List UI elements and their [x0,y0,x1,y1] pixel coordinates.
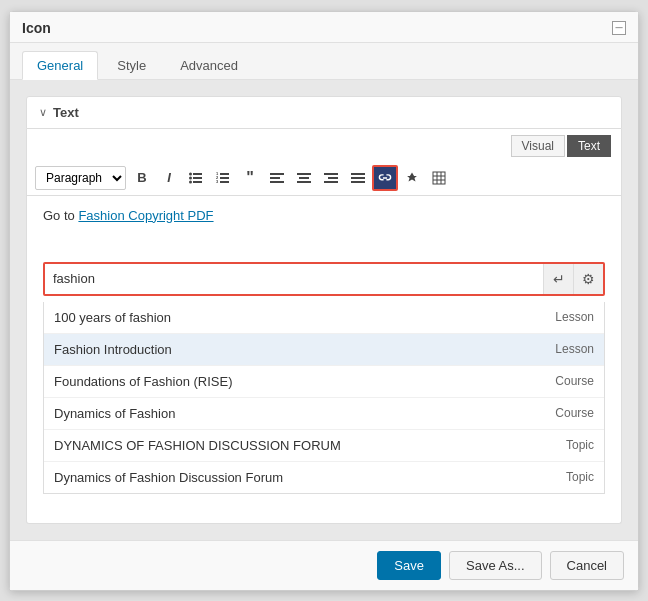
bold-button[interactable]: B [129,165,155,191]
visual-tab[interactable]: Visual [511,135,565,157]
chevron-icon: ∨ [39,106,47,119]
svg-point-3 [189,172,192,175]
search-row: ↵ ⚙ [43,262,605,296]
paragraph-select[interactable]: Paragraph [35,166,126,190]
svg-rect-24 [433,172,445,184]
svg-rect-6 [220,173,229,175]
svg-rect-19 [328,177,338,179]
dialog: Icon ─ General Style Advanced ∨ Text Vis… [9,11,639,591]
align-left-button[interactable] [264,165,290,191]
ordered-list-button[interactable]: 123 [210,165,236,191]
svg-rect-17 [297,181,311,183]
result-row[interactable]: Foundations of Fashion (RISE) Course [44,366,604,398]
unordered-list-button[interactable] [183,165,209,191]
svg-rect-23 [351,181,365,183]
editor-container: Visual Text Paragraph B I 123 " [26,129,622,524]
italic-button[interactable]: I [156,165,182,191]
svg-rect-20 [324,181,338,183]
tab-style[interactable]: Style [102,51,161,79]
visual-text-toggle: Visual Text [27,129,621,161]
svg-rect-15 [297,173,311,175]
svg-rect-12 [270,173,284,175]
titlebar: Icon ─ [10,12,638,43]
svg-rect-8 [220,181,229,183]
svg-rect-16 [299,177,309,179]
section-header[interactable]: ∨ Text [26,96,622,129]
svg-rect-0 [193,173,202,175]
align-justify-button[interactable] [345,165,371,191]
editor-link[interactable]: Fashion Copyright PDF [78,208,213,223]
svg-rect-1 [193,177,202,179]
blockquote-button[interactable]: " [237,165,263,191]
search-settings-button[interactable]: ⚙ [573,264,603,294]
link-button[interactable] [372,165,398,191]
text-tab[interactable]: Text [567,135,611,157]
svg-point-5 [189,180,192,183]
svg-point-4 [189,176,192,179]
editor-toolbar: Paragraph B I 123 " [27,161,621,196]
result-row[interactable]: Dynamics of Fashion Course [44,398,604,430]
search-input[interactable] [45,265,543,292]
search-results: 100 years of fashion Lesson Fashion Intr… [43,302,605,494]
minimize-button[interactable]: ─ [612,21,626,35]
svg-rect-18 [324,173,338,175]
dialog-footer: Save Save As... Cancel [10,540,638,590]
svg-rect-21 [351,173,365,175]
section-title: Text [53,105,79,120]
svg-rect-22 [351,177,365,179]
save-button[interactable]: Save [377,551,441,580]
result-row[interactable]: DYNAMICS OF FASHION DISCUSSION FORUM Top… [44,430,604,462]
table-button[interactable] [426,165,452,191]
dialog-title: Icon [22,20,51,36]
save-as-button[interactable]: Save As... [449,551,542,580]
svg-rect-7 [220,177,229,179]
editor-prefix: Go to [43,208,78,223]
editor-body[interactable]: Go to Fashion Copyright PDF [27,196,621,256]
search-enter-button[interactable]: ↵ [543,264,573,294]
tab-bar: General Style Advanced [10,43,638,80]
cancel-button[interactable]: Cancel [550,551,624,580]
tab-general[interactable]: General [22,51,98,80]
result-row[interactable]: 100 years of fashion Lesson [44,302,604,334]
align-center-button[interactable] [291,165,317,191]
svg-rect-13 [270,177,280,179]
tab-advanced[interactable]: Advanced [165,51,253,79]
svg-rect-14 [270,181,284,183]
content-area: ∨ Text Visual Text Paragraph B I [10,80,638,540]
search-wrapper: ↵ ⚙ [43,262,605,296]
svg-rect-2 [193,181,202,183]
result-row[interactable]: Dynamics of Fashion Discussion Forum Top… [44,462,604,493]
result-row[interactable]: Fashion Introduction Lesson [44,334,604,366]
svg-text:3: 3 [216,179,219,184]
more-button[interactable] [399,165,425,191]
align-right-button[interactable] [318,165,344,191]
